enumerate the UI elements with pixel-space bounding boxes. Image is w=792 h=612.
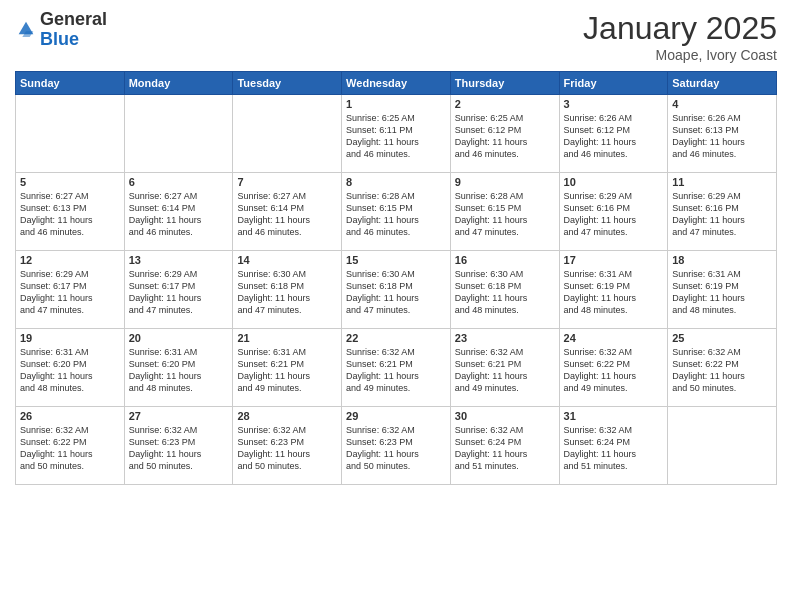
- day-info: Sunrise: 6:32 AM Sunset: 6:22 PM Dayligh…: [672, 346, 772, 395]
- header-monday: Monday: [124, 72, 233, 95]
- day-number: 13: [129, 254, 229, 266]
- table-row: 12Sunrise: 6:29 AM Sunset: 6:17 PM Dayli…: [16, 251, 125, 329]
- day-info: Sunrise: 6:26 AM Sunset: 6:13 PM Dayligh…: [672, 112, 772, 161]
- day-info: Sunrise: 6:32 AM Sunset: 6:23 PM Dayligh…: [237, 424, 337, 473]
- table-row: [124, 95, 233, 173]
- header: General Blue January 2025 Moape, Ivory C…: [15, 10, 777, 63]
- table-row: 11Sunrise: 6:29 AM Sunset: 6:16 PM Dayli…: [668, 173, 777, 251]
- day-number: 7: [237, 176, 337, 188]
- table-row: 18Sunrise: 6:31 AM Sunset: 6:19 PM Dayli…: [668, 251, 777, 329]
- logo-text: General Blue: [40, 10, 107, 50]
- table-row: 21Sunrise: 6:31 AM Sunset: 6:21 PM Dayli…: [233, 329, 342, 407]
- day-info: Sunrise: 6:25 AM Sunset: 6:11 PM Dayligh…: [346, 112, 446, 161]
- day-info: Sunrise: 6:30 AM Sunset: 6:18 PM Dayligh…: [346, 268, 446, 317]
- day-info: Sunrise: 6:29 AM Sunset: 6:16 PM Dayligh…: [672, 190, 772, 239]
- header-sunday: Sunday: [16, 72, 125, 95]
- table-row: [16, 95, 125, 173]
- logo-icon: [15, 18, 37, 40]
- day-number: 4: [672, 98, 772, 110]
- header-saturday: Saturday: [668, 72, 777, 95]
- calendar-table: Sunday Monday Tuesday Wednesday Thursday…: [15, 71, 777, 485]
- table-row: 8Sunrise: 6:28 AM Sunset: 6:15 PM Daylig…: [342, 173, 451, 251]
- table-row: 13Sunrise: 6:29 AM Sunset: 6:17 PM Dayli…: [124, 251, 233, 329]
- day-info: Sunrise: 6:29 AM Sunset: 6:17 PM Dayligh…: [20, 268, 120, 317]
- day-number: 17: [564, 254, 664, 266]
- table-row: 19Sunrise: 6:31 AM Sunset: 6:20 PM Dayli…: [16, 329, 125, 407]
- day-number: 5: [20, 176, 120, 188]
- day-number: 8: [346, 176, 446, 188]
- table-row: 25Sunrise: 6:32 AM Sunset: 6:22 PM Dayli…: [668, 329, 777, 407]
- location-subtitle: Moape, Ivory Coast: [583, 47, 777, 63]
- day-info: Sunrise: 6:27 AM Sunset: 6:13 PM Dayligh…: [20, 190, 120, 239]
- table-row: 4Sunrise: 6:26 AM Sunset: 6:13 PM Daylig…: [668, 95, 777, 173]
- week-row-2: 5Sunrise: 6:27 AM Sunset: 6:13 PM Daylig…: [16, 173, 777, 251]
- table-row: 31Sunrise: 6:32 AM Sunset: 6:24 PM Dayli…: [559, 407, 668, 485]
- table-row: [233, 95, 342, 173]
- week-row-1: 1Sunrise: 6:25 AM Sunset: 6:11 PM Daylig…: [16, 95, 777, 173]
- day-info: Sunrise: 6:32 AM Sunset: 6:21 PM Dayligh…: [455, 346, 555, 395]
- day-info: Sunrise: 6:31 AM Sunset: 6:19 PM Dayligh…: [564, 268, 664, 317]
- table-row: 9Sunrise: 6:28 AM Sunset: 6:15 PM Daylig…: [450, 173, 559, 251]
- table-row: 26Sunrise: 6:32 AM Sunset: 6:22 PM Dayli…: [16, 407, 125, 485]
- day-number: 16: [455, 254, 555, 266]
- table-row: 24Sunrise: 6:32 AM Sunset: 6:22 PM Dayli…: [559, 329, 668, 407]
- header-friday: Friday: [559, 72, 668, 95]
- day-number: 14: [237, 254, 337, 266]
- day-number: 30: [455, 410, 555, 422]
- day-number: 24: [564, 332, 664, 344]
- day-info: Sunrise: 6:30 AM Sunset: 6:18 PM Dayligh…: [237, 268, 337, 317]
- day-number: 26: [20, 410, 120, 422]
- title-block: January 2025 Moape, Ivory Coast: [583, 10, 777, 63]
- day-number: 2: [455, 98, 555, 110]
- table-row: 2Sunrise: 6:25 AM Sunset: 6:12 PM Daylig…: [450, 95, 559, 173]
- day-number: 22: [346, 332, 446, 344]
- day-info: Sunrise: 6:25 AM Sunset: 6:12 PM Dayligh…: [455, 112, 555, 161]
- day-info: Sunrise: 6:28 AM Sunset: 6:15 PM Dayligh…: [346, 190, 446, 239]
- day-info: Sunrise: 6:28 AM Sunset: 6:15 PM Dayligh…: [455, 190, 555, 239]
- table-row: 1Sunrise: 6:25 AM Sunset: 6:11 PM Daylig…: [342, 95, 451, 173]
- day-info: Sunrise: 6:31 AM Sunset: 6:21 PM Dayligh…: [237, 346, 337, 395]
- table-row: 10Sunrise: 6:29 AM Sunset: 6:16 PM Dayli…: [559, 173, 668, 251]
- header-tuesday: Tuesday: [233, 72, 342, 95]
- day-number: 27: [129, 410, 229, 422]
- day-number: 23: [455, 332, 555, 344]
- header-thursday: Thursday: [450, 72, 559, 95]
- table-row: 27Sunrise: 6:32 AM Sunset: 6:23 PM Dayli…: [124, 407, 233, 485]
- day-number: 11: [672, 176, 772, 188]
- day-number: 20: [129, 332, 229, 344]
- day-info: Sunrise: 6:27 AM Sunset: 6:14 PM Dayligh…: [237, 190, 337, 239]
- week-row-3: 12Sunrise: 6:29 AM Sunset: 6:17 PM Dayli…: [16, 251, 777, 329]
- day-number: 29: [346, 410, 446, 422]
- day-number: 19: [20, 332, 120, 344]
- table-row: [668, 407, 777, 485]
- table-row: 23Sunrise: 6:32 AM Sunset: 6:21 PM Dayli…: [450, 329, 559, 407]
- day-number: 1: [346, 98, 446, 110]
- day-number: 25: [672, 332, 772, 344]
- table-row: 22Sunrise: 6:32 AM Sunset: 6:21 PM Dayli…: [342, 329, 451, 407]
- day-info: Sunrise: 6:32 AM Sunset: 6:22 PM Dayligh…: [564, 346, 664, 395]
- table-row: 6Sunrise: 6:27 AM Sunset: 6:14 PM Daylig…: [124, 173, 233, 251]
- day-info: Sunrise: 6:27 AM Sunset: 6:14 PM Dayligh…: [129, 190, 229, 239]
- table-row: 14Sunrise: 6:30 AM Sunset: 6:18 PM Dayli…: [233, 251, 342, 329]
- table-row: 17Sunrise: 6:31 AM Sunset: 6:19 PM Dayli…: [559, 251, 668, 329]
- day-info: Sunrise: 6:29 AM Sunset: 6:16 PM Dayligh…: [564, 190, 664, 239]
- day-number: 18: [672, 254, 772, 266]
- day-info: Sunrise: 6:26 AM Sunset: 6:12 PM Dayligh…: [564, 112, 664, 161]
- day-info: Sunrise: 6:32 AM Sunset: 6:23 PM Dayligh…: [346, 424, 446, 473]
- day-info: Sunrise: 6:32 AM Sunset: 6:23 PM Dayligh…: [129, 424, 229, 473]
- header-wednesday: Wednesday: [342, 72, 451, 95]
- day-number: 12: [20, 254, 120, 266]
- day-number: 3: [564, 98, 664, 110]
- table-row: 15Sunrise: 6:30 AM Sunset: 6:18 PM Dayli…: [342, 251, 451, 329]
- day-info: Sunrise: 6:30 AM Sunset: 6:18 PM Dayligh…: [455, 268, 555, 317]
- day-number: 15: [346, 254, 446, 266]
- table-row: 28Sunrise: 6:32 AM Sunset: 6:23 PM Dayli…: [233, 407, 342, 485]
- day-info: Sunrise: 6:29 AM Sunset: 6:17 PM Dayligh…: [129, 268, 229, 317]
- day-info: Sunrise: 6:32 AM Sunset: 6:22 PM Dayligh…: [20, 424, 120, 473]
- table-row: 29Sunrise: 6:32 AM Sunset: 6:23 PM Dayli…: [342, 407, 451, 485]
- month-title: January 2025: [583, 10, 777, 47]
- weekday-header-row: Sunday Monday Tuesday Wednesday Thursday…: [16, 72, 777, 95]
- table-row: 30Sunrise: 6:32 AM Sunset: 6:24 PM Dayli…: [450, 407, 559, 485]
- week-row-5: 26Sunrise: 6:32 AM Sunset: 6:22 PM Dayli…: [16, 407, 777, 485]
- table-row: 5Sunrise: 6:27 AM Sunset: 6:13 PM Daylig…: [16, 173, 125, 251]
